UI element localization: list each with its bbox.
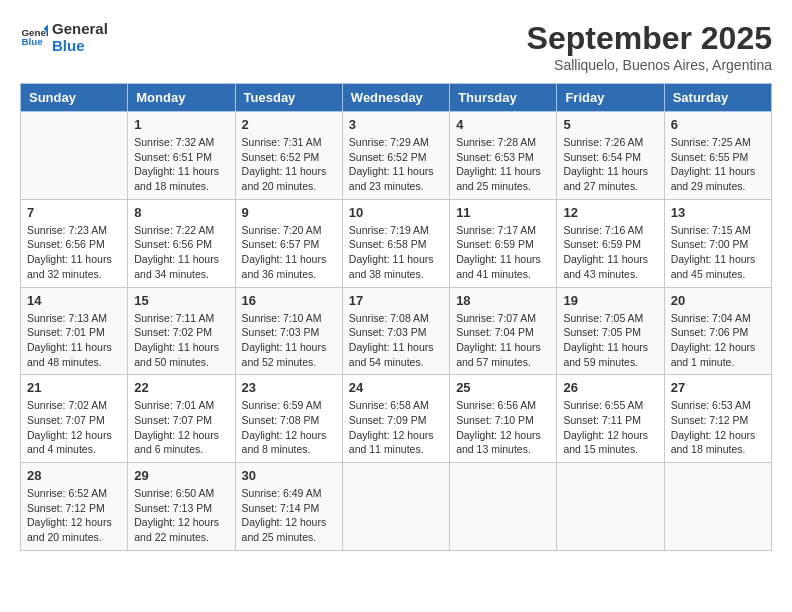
logo-icon: General Blue [20,23,48,51]
day-info: Sunrise: 7:29 AM Sunset: 6:52 PM Dayligh… [349,135,443,194]
month-title: September 2025 [527,20,772,57]
calendar-cell: 25Sunrise: 6:56 AM Sunset: 7:10 PM Dayli… [450,375,557,463]
calendar-body: 1Sunrise: 7:32 AM Sunset: 6:51 PM Daylig… [21,112,772,551]
day-info: Sunrise: 7:22 AM Sunset: 6:56 PM Dayligh… [134,223,228,282]
day-number: 11 [456,205,550,220]
day-info: Sunrise: 7:15 AM Sunset: 7:00 PM Dayligh… [671,223,765,282]
day-info: Sunrise: 7:32 AM Sunset: 6:51 PM Dayligh… [134,135,228,194]
calendar-cell: 28Sunrise: 6:52 AM Sunset: 7:12 PM Dayli… [21,463,128,551]
calendar-cell: 2Sunrise: 7:31 AM Sunset: 6:52 PM Daylig… [235,112,342,200]
calendar-cell: 29Sunrise: 6:50 AM Sunset: 7:13 PM Dayli… [128,463,235,551]
calendar-cell: 23Sunrise: 6:59 AM Sunset: 7:08 PM Dayli… [235,375,342,463]
day-info: Sunrise: 7:26 AM Sunset: 6:54 PM Dayligh… [563,135,657,194]
day-info: Sunrise: 7:23 AM Sunset: 6:56 PM Dayligh… [27,223,121,282]
day-info: Sunrise: 7:28 AM Sunset: 6:53 PM Dayligh… [456,135,550,194]
day-number: 24 [349,380,443,395]
calendar-cell: 30Sunrise: 6:49 AM Sunset: 7:14 PM Dayli… [235,463,342,551]
day-number: 1 [134,117,228,132]
calendar-cell: 1Sunrise: 7:32 AM Sunset: 6:51 PM Daylig… [128,112,235,200]
day-number: 21 [27,380,121,395]
day-info: Sunrise: 7:20 AM Sunset: 6:57 PM Dayligh… [242,223,336,282]
day-number: 25 [456,380,550,395]
day-number: 15 [134,293,228,308]
day-info: Sunrise: 7:10 AM Sunset: 7:03 PM Dayligh… [242,311,336,370]
day-number: 17 [349,293,443,308]
weekday-sunday: Sunday [21,84,128,112]
calendar-cell: 16Sunrise: 7:10 AM Sunset: 7:03 PM Dayli… [235,287,342,375]
day-number: 26 [563,380,657,395]
day-number: 3 [349,117,443,132]
logo: General Blue General Blue [20,20,108,55]
weekday-wednesday: Wednesday [342,84,449,112]
day-info: Sunrise: 6:49 AM Sunset: 7:14 PM Dayligh… [242,486,336,545]
calendar-cell [557,463,664,551]
day-info: Sunrise: 6:52 AM Sunset: 7:12 PM Dayligh… [27,486,121,545]
calendar-cell: 13Sunrise: 7:15 AM Sunset: 7:00 PM Dayli… [664,199,771,287]
page-header: General Blue General Blue September 2025… [20,20,772,73]
calendar-cell: 15Sunrise: 7:11 AM Sunset: 7:02 PM Dayli… [128,287,235,375]
calendar-cell [21,112,128,200]
calendar-cell: 12Sunrise: 7:16 AM Sunset: 6:59 PM Dayli… [557,199,664,287]
week-row-5: 28Sunrise: 6:52 AM Sunset: 7:12 PM Dayli… [21,463,772,551]
location-subtitle: Salliquelo, Buenos Aires, Argentina [527,57,772,73]
calendar-cell: 10Sunrise: 7:19 AM Sunset: 6:58 PM Dayli… [342,199,449,287]
day-info: Sunrise: 7:01 AM Sunset: 7:07 PM Dayligh… [134,398,228,457]
title-block: September 2025 Salliquelo, Buenos Aires,… [527,20,772,73]
day-number: 19 [563,293,657,308]
calendar-cell: 24Sunrise: 6:58 AM Sunset: 7:09 PM Dayli… [342,375,449,463]
weekday-tuesday: Tuesday [235,84,342,112]
day-number: 30 [242,468,336,483]
day-info: Sunrise: 7:11 AM Sunset: 7:02 PM Dayligh… [134,311,228,370]
day-info: Sunrise: 6:53 AM Sunset: 7:12 PM Dayligh… [671,398,765,457]
day-number: 18 [456,293,550,308]
calendar-cell: 18Sunrise: 7:07 AM Sunset: 7:04 PM Dayli… [450,287,557,375]
week-row-1: 1Sunrise: 7:32 AM Sunset: 6:51 PM Daylig… [21,112,772,200]
calendar-cell: 22Sunrise: 7:01 AM Sunset: 7:07 PM Dayli… [128,375,235,463]
day-info: Sunrise: 6:59 AM Sunset: 7:08 PM Dayligh… [242,398,336,457]
day-info: Sunrise: 7:19 AM Sunset: 6:58 PM Dayligh… [349,223,443,282]
logo-blue: Blue [52,37,108,54]
calendar-cell: 19Sunrise: 7:05 AM Sunset: 7:05 PM Dayli… [557,287,664,375]
weekday-saturday: Saturday [664,84,771,112]
day-number: 28 [27,468,121,483]
day-info: Sunrise: 7:13 AM Sunset: 7:01 PM Dayligh… [27,311,121,370]
day-number: 27 [671,380,765,395]
logo-general: General [52,20,108,37]
day-number: 20 [671,293,765,308]
calendar-cell: 7Sunrise: 7:23 AM Sunset: 6:56 PM Daylig… [21,199,128,287]
calendar-cell [450,463,557,551]
day-info: Sunrise: 7:25 AM Sunset: 6:55 PM Dayligh… [671,135,765,194]
day-info: Sunrise: 7:02 AM Sunset: 7:07 PM Dayligh… [27,398,121,457]
day-info: Sunrise: 7:04 AM Sunset: 7:06 PM Dayligh… [671,311,765,370]
day-number: 13 [671,205,765,220]
calendar-cell: 27Sunrise: 6:53 AM Sunset: 7:12 PM Dayli… [664,375,771,463]
day-info: Sunrise: 6:55 AM Sunset: 7:11 PM Dayligh… [563,398,657,457]
calendar-cell: 6Sunrise: 7:25 AM Sunset: 6:55 PM Daylig… [664,112,771,200]
day-number: 14 [27,293,121,308]
day-number: 9 [242,205,336,220]
calendar-cell: 14Sunrise: 7:13 AM Sunset: 7:01 PM Dayli… [21,287,128,375]
calendar-table: SundayMondayTuesdayWednesdayThursdayFrid… [20,83,772,551]
day-number: 12 [563,205,657,220]
day-number: 6 [671,117,765,132]
calendar-cell: 20Sunrise: 7:04 AM Sunset: 7:06 PM Dayli… [664,287,771,375]
calendar-cell: 9Sunrise: 7:20 AM Sunset: 6:57 PM Daylig… [235,199,342,287]
day-info: Sunrise: 6:50 AM Sunset: 7:13 PM Dayligh… [134,486,228,545]
day-number: 2 [242,117,336,132]
day-number: 10 [349,205,443,220]
day-info: Sunrise: 7:16 AM Sunset: 6:59 PM Dayligh… [563,223,657,282]
day-number: 4 [456,117,550,132]
calendar-cell [664,463,771,551]
weekday-header-row: SundayMondayTuesdayWednesdayThursdayFrid… [21,84,772,112]
day-info: Sunrise: 7:31 AM Sunset: 6:52 PM Dayligh… [242,135,336,194]
week-row-4: 21Sunrise: 7:02 AM Sunset: 7:07 PM Dayli… [21,375,772,463]
day-number: 7 [27,205,121,220]
calendar-cell: 11Sunrise: 7:17 AM Sunset: 6:59 PM Dayli… [450,199,557,287]
calendar-cell: 5Sunrise: 7:26 AM Sunset: 6:54 PM Daylig… [557,112,664,200]
calendar-cell: 21Sunrise: 7:02 AM Sunset: 7:07 PM Dayli… [21,375,128,463]
weekday-friday: Friday [557,84,664,112]
calendar-cell: 4Sunrise: 7:28 AM Sunset: 6:53 PM Daylig… [450,112,557,200]
day-info: Sunrise: 7:17 AM Sunset: 6:59 PM Dayligh… [456,223,550,282]
weekday-thursday: Thursday [450,84,557,112]
week-row-2: 7Sunrise: 7:23 AM Sunset: 6:56 PM Daylig… [21,199,772,287]
